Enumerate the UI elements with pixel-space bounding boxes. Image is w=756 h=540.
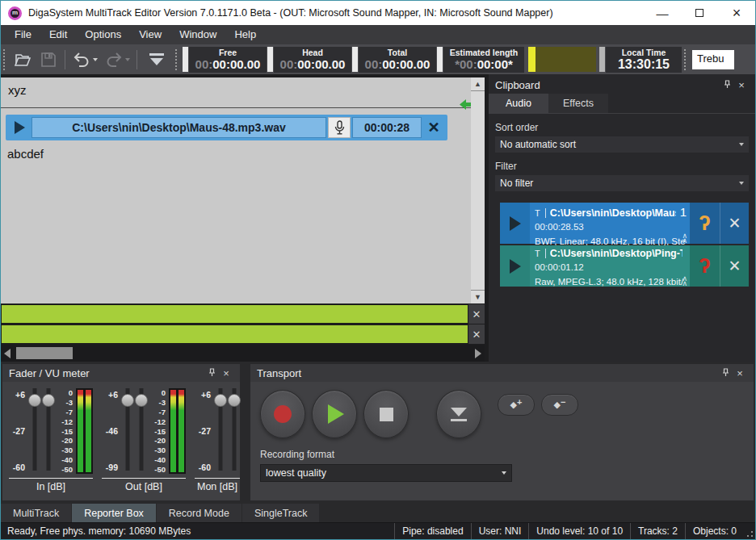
clipboard-item[interactable]: T C:\Users\nin\Desktop\Maus-48.m 1 00:00… [500,203,749,244]
object-close-button[interactable]: ✕ [422,119,446,136]
tab-record-mode[interactable]: Record Mode [157,504,242,522]
horizontal-scroll-thumb[interactable] [16,347,73,359]
object-record-button[interactable] [328,117,351,138]
fader-slider[interactable] [42,388,54,474]
toolbar-splitter[interactable] [267,47,273,72]
fader-slider[interactable] [214,388,226,474]
fader-knob[interactable] [135,394,148,407]
fader-title: Fader / VU meter [9,367,204,379]
scroll-right-icon[interactable] [472,345,485,362]
vertical-scrollbar[interactable]: ▲ ▼ [471,77,485,303]
level-strip-close-button[interactable]: ✕ [468,304,485,324]
fader-slider[interactable] [135,388,147,474]
fader-slider[interactable] [121,388,133,474]
pin-icon[interactable] [720,80,734,90]
play-icon [15,121,25,134]
save-button[interactable] [36,48,61,71]
remove-marker-button[interactable]: ◆− [541,394,578,416]
undo-button[interactable] [69,48,101,71]
fader-vu-panel: Fader / VU meter × +6 -27 -60 [2,364,240,500]
fader-knob[interactable] [214,394,227,407]
toolbar: Free 00:00:00.00 Head 00:00:00.00 Total … [1,44,755,74]
drop-icon [451,408,467,417]
fader-knob[interactable] [42,394,55,407]
scroll-left-icon[interactable] [1,345,14,362]
clip-delete-button[interactable]: ✕ [720,245,749,287]
play-button[interactable] [312,390,357,438]
toolbar-grip[interactable] [3,49,7,70]
scroll-up-icon[interactable]: ▲ [471,77,485,90]
track-divider [1,107,471,108]
fader-knob[interactable] [28,394,41,407]
menu-help[interactable]: Help [225,25,265,44]
editor-column: xyz C:\Users\nin\Desktop\Maus-48.mp3.wav [1,74,485,362]
fader-slider[interactable] [228,388,240,474]
horizontal-scrollbar[interactable] [1,345,485,362]
toolbar-grip[interactable] [175,49,179,70]
recording-format-select[interactable]: lowest quality [260,464,512,482]
font-combobox[interactable]: Trebu [692,50,734,69]
pin-icon[interactable] [204,368,219,378]
menu-view[interactable]: View [130,25,170,44]
sort-order-select[interactable]: No automatic sort [495,136,749,153]
menu-edit[interactable]: Edit [40,25,76,44]
level-strip[interactable] [1,304,468,324]
object-play-button[interactable] [7,121,32,134]
tab-multitrack[interactable]: MultiTrack [1,504,71,522]
close-icon[interactable]: × [219,367,233,379]
redo-button[interactable] [101,48,133,71]
clip-play-button[interactable] [500,245,530,287]
pin-icon[interactable] [718,368,733,378]
audio-object-row[interactable]: C:\Users\nin\Desktop\Maus-48.mp3.wav 00:… [6,115,447,140]
prelisten-button[interactable]: ʔ [690,245,720,287]
resize-grip[interactable] [744,523,755,539]
scroll-down-icon[interactable]: ▼ [471,291,485,303]
tab-effects[interactable]: Effects [548,94,608,113]
close-button[interactable]: × [718,1,755,25]
toolbar-splitter[interactable] [437,47,443,72]
fader-knob[interactable] [121,394,134,407]
toolbar-grip[interactable] [684,49,688,70]
tab-singletrack[interactable]: SingleTrack [242,504,320,522]
undo-dropdown-icon[interactable] [93,58,98,61]
multitrack-canvas[interactable]: xyz C:\Users\nin\Desktop\Maus-48.mp3.wav [1,77,485,303]
clip-delete-button[interactable]: ✕ [720,203,749,244]
level-strip-close-button[interactable]: ✕ [468,324,485,344]
drop-marker-button[interactable] [141,48,173,71]
prelisten-button[interactable]: ʔ [690,203,720,244]
fader-slider[interactable] [28,388,40,474]
filter-select[interactable]: No filter [495,175,749,191]
toolbar-splitter[interactable] [352,47,358,72]
level-strip[interactable] [1,324,468,344]
minimize-button[interactable]: — [644,1,681,25]
menu-options[interactable]: Options [76,25,130,44]
add-marker-button[interactable]: ◆+ [498,394,535,416]
maximize-button[interactable] [681,1,718,25]
free-label: Free [219,48,237,57]
drop-button[interactable] [436,390,481,438]
clip-play-button[interactable] [500,203,530,244]
record-button[interactable] [260,390,305,438]
total-label: Total [388,48,407,57]
object-file-path[interactable]: C:\Users\nin\Desktop\Maus-48.mp3.wav [32,117,326,138]
estimated-length-display: Estimated length *00:00:00* [443,47,524,73]
toolbar-splitter[interactable] [183,47,188,72]
close-icon[interactable]: × [734,79,749,91]
tab-audio[interactable]: Audio [489,94,548,113]
close-icon[interactable]: × [733,367,747,379]
clipboard-list: T C:\Users\nin\Desktop\Maus-48.m 1 00:00… [500,203,749,287]
fader-knob[interactable] [228,394,241,407]
tab-reporter-box[interactable]: Reporter Box [72,504,156,522]
collapse-icon[interactable]: ∧∧ [682,276,687,286]
open-file-button[interactable] [10,48,36,71]
app-icon: m [8,6,22,20]
collapse-icon[interactable]: ∧∧ [682,233,687,243]
clipboard-item[interactable]: T C:\Users\nin\Desktop\Ping-Trenner.M 00… [500,245,749,287]
horizontal-scroll-track[interactable] [14,345,472,362]
toolbar-splitter[interactable] [599,47,605,72]
menu-file[interactable]: File [6,25,40,44]
stop-button[interactable] [363,390,409,438]
menu-window[interactable]: Window [170,25,225,44]
microphone-icon [334,120,346,136]
vertical-scroll-thumb[interactable] [471,90,485,291]
